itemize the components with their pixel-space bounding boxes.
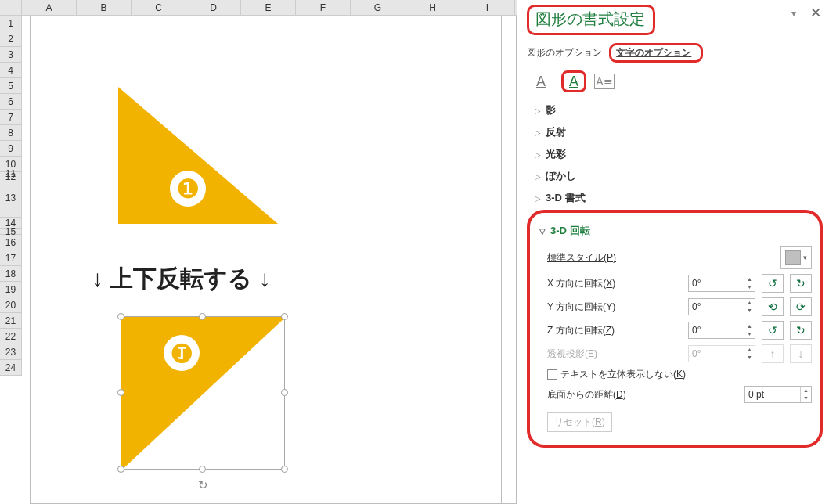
column-header[interactable]: B	[77, 0, 132, 16]
label-perspective: 透視投影(E)	[539, 347, 682, 361]
triangle-bottom-selection[interactable]: ❶ ↻	[121, 316, 285, 470]
resize-handle-w[interactable]	[117, 389, 124, 396]
column-header[interactable]: G	[351, 0, 405, 16]
spin-down-icon[interactable]: ▼	[744, 307, 755, 315]
panel-close-button[interactable]: ✕	[810, 5, 821, 21]
panel-options-dropdown[interactable]: ▾	[791, 8, 796, 19]
row-header[interactable]: 13	[0, 178, 21, 218]
column-header[interactable]: E	[241, 0, 296, 16]
row-header[interactable]: 16	[0, 235, 21, 250]
distance-value[interactable]: 0 pt	[745, 387, 800, 402]
spin-down-icon[interactable]: ▼	[744, 283, 755, 291]
reset-button[interactable]: リセット(R)	[547, 412, 612, 432]
row-header[interactable]: 2	[0, 31, 21, 47]
select-all-corner[interactable]	[0, 0, 22, 16]
sheet-canvas[interactable]: ❶ ↓ 上下反転する ↓ ❶ ↻	[30, 16, 517, 504]
resize-handle-ne[interactable]	[281, 313, 288, 320]
rotate-z-ccw-button[interactable]: ↺	[762, 321, 784, 340]
row-header[interactable]: 15	[0, 229, 21, 235]
x-rotation-value[interactable]: 0°	[689, 275, 744, 291]
panel-divider[interactable]	[517, 0, 517, 504]
caret-right-icon: ▷	[535, 106, 541, 115]
resize-handle-e[interactable]	[281, 389, 288, 396]
spin-down-icon[interactable]: ▼	[801, 394, 811, 402]
preset-dropdown[interactable]: ▾	[780, 246, 812, 269]
resize-handle-nw[interactable]	[117, 313, 124, 320]
caret-down-icon: ▽	[539, 227, 546, 236]
label-x-rotation: X 方向に回転(X)	[539, 277, 682, 290]
z-rotation-value[interactable]: 0°	[689, 322, 744, 338]
resize-handle-s[interactable]	[199, 466, 206, 473]
row-header[interactable]: 6	[0, 94, 21, 110]
column-header[interactable]: I	[460, 0, 515, 16]
row-header[interactable]: 20	[0, 297, 21, 313]
x-rotation-input[interactable]: 0° ▲▼	[688, 275, 755, 292]
row-header[interactable]: 7	[0, 110, 21, 125]
perspective-value: 0°	[689, 346, 744, 362]
section-3d-format[interactable]: ▷3-D 書式	[527, 186, 823, 208]
distance-input[interactable]: 0 pt ▲▼	[744, 386, 812, 403]
tab-shape-options[interactable]: 図形のオプション	[527, 47, 602, 58]
tab-text-options[interactable]: 文字のオプション	[616, 47, 691, 58]
panel-icon-bar: A A A≣	[527, 67, 823, 99]
rotate-x-right-button[interactable]: ↻	[790, 274, 812, 293]
row-header[interactable]: 3	[0, 47, 21, 63]
spin-up-icon[interactable]: ▲	[744, 322, 755, 330]
row-x-rotation: X 方向に回転(X) 0° ▲▼ ↺ ↻	[539, 274, 812, 293]
rotate-x-left-button[interactable]: ↺	[762, 274, 784, 293]
row-header[interactable]: 8	[0, 125, 21, 141]
panel-title-highlight: 図形の書式設定	[527, 5, 655, 35]
rotate3d-highlight: ▽3-D 回転 標準スタイル(P) ▾ X 方向に回転(X) 0° ▲▼ ↺ ↻…	[527, 210, 823, 448]
row-header[interactable]: 19	[0, 282, 21, 297]
keep-text-flat-checkbox[interactable]	[547, 369, 557, 380]
column-header[interactable]: H	[405, 0, 460, 16]
resize-handle-n[interactable]	[199, 313, 206, 320]
row-header[interactable]: 24	[0, 360, 21, 376]
row-header[interactable]: 5	[0, 78, 21, 94]
row-header[interactable]: 18	[0, 266, 21, 282]
triangle-top-badge: ❶	[170, 171, 206, 207]
spin-down-icon[interactable]: ▼	[744, 330, 755, 338]
column-header[interactable]: D	[186, 0, 241, 16]
perspective-narrow-button: ↑	[762, 344, 784, 363]
y-rotation-value[interactable]: 0°	[689, 299, 744, 315]
section-glow[interactable]: ▷光彩	[527, 142, 823, 164]
column-header-row: ABCDEFGHI	[0, 0, 517, 16]
rotate-z-cw-button[interactable]: ↻	[790, 321, 812, 340]
row-header[interactable]: 17	[0, 250, 21, 266]
section-soft-edges[interactable]: ▷ぼかし	[527, 164, 823, 186]
caret-right-icon: ▷	[535, 194, 541, 203]
resize-handle-se[interactable]	[281, 466, 288, 473]
z-rotation-input[interactable]: 0° ▲▼	[688, 322, 755, 339]
row-header[interactable]: 21	[0, 313, 21, 329]
column-header[interactable]: A	[22, 0, 77, 16]
caret-right-icon: ▷	[535, 172, 541, 181]
label-distance: 底面からの距離(D)	[539, 388, 738, 401]
section-shadow[interactable]: ▷影	[527, 99, 823, 121]
triangle-bottom[interactable]	[121, 317, 286, 470]
column-header[interactable]: F	[296, 0, 351, 16]
caret-right-icon: ▷	[535, 150, 541, 159]
section-3d-rotation[interactable]: ▽3-D 回転	[539, 219, 812, 241]
rotate-handle-icon[interactable]: ↻	[196, 478, 210, 492]
y-rotation-input[interactable]: 0° ▲▼	[688, 298, 755, 315]
rotate-y-down-button[interactable]: ⟳	[790, 297, 812, 316]
textbox-icon[interactable]: A≣	[594, 74, 615, 89]
row-header[interactable]: 22	[0, 329, 21, 344]
row-header[interactable]: 4	[0, 63, 21, 78]
row-preset: 標準スタイル(P) ▾	[539, 246, 812, 269]
spin-up-icon[interactable]: ▲	[744, 275, 755, 283]
row-header[interactable]: 23	[0, 344, 21, 360]
spin-up-icon[interactable]: ▲	[744, 299, 755, 307]
rotate-y-up-button[interactable]: ⟲	[762, 297, 784, 316]
text-fill-outline-icon[interactable]: A	[528, 70, 553, 92]
row-header[interactable]: 9	[0, 141, 21, 157]
column-header[interactable]: C	[132, 0, 186, 16]
text-effects-icon[interactable]: A	[561, 70, 586, 92]
worksheet: ABCDEFGHI 123456789101112131415161718192…	[0, 0, 517, 504]
section-reflection[interactable]: ▷反射	[527, 121, 823, 142]
tab-text-options-highlight: 文字のオプション	[609, 43, 703, 63]
resize-handle-sw[interactable]	[117, 466, 124, 473]
row-header[interactable]: 1	[0, 16, 21, 31]
spin-up-icon[interactable]: ▲	[801, 387, 811, 394]
